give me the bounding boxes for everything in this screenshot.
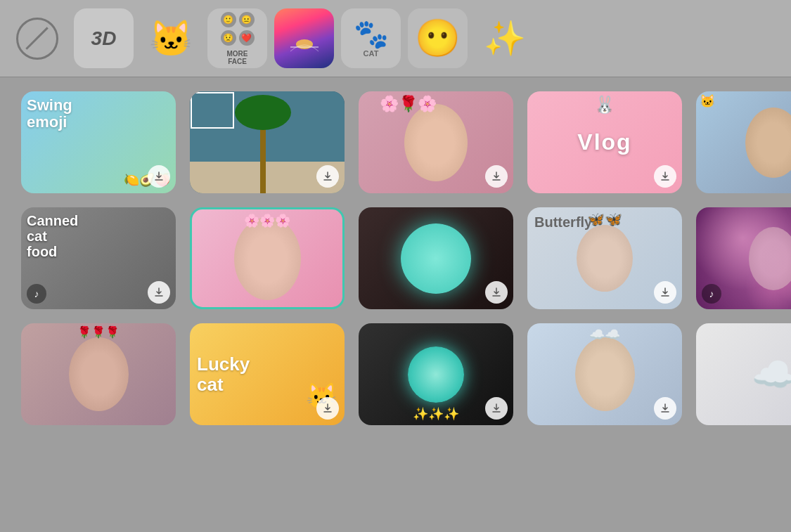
card-vlog[interactable]: 🐰 Vlog — [527, 91, 682, 193]
teal-orb-download[interactable] — [485, 397, 508, 420]
no-filter-icon — [16, 18, 58, 60]
card-cat-girl[interactable]: to-HeHe 🐱 — [696, 91, 791, 193]
card-teal-orb-bg[interactable]: ✨✨✨ — [359, 323, 513, 425]
girl-clouds-download[interactable] — [654, 397, 676, 420]
lucky-cat-label: Luckycat — [197, 354, 250, 394]
swing-emoji-download[interactable] — [148, 165, 170, 188]
svg-point-1 — [296, 39, 313, 49]
card-palm-tree[interactable] — [190, 91, 345, 193]
lucky-cat-download[interactable] — [316, 397, 339, 420]
card-flower-face[interactable]: 🌸🌹🌸 — [359, 91, 513, 193]
toolbar-item-cat-face[interactable]: 🐱 — [141, 8, 200, 68]
3d-label: 3D — [91, 27, 117, 50]
card-bokeh-music[interactable]: ♪ — [696, 207, 791, 309]
teal-orb-overlay — [401, 223, 471, 294]
velvet-download[interactable] — [485, 281, 508, 304]
butterfly-download[interactable] — [654, 281, 676, 304]
svg-point-6 — [235, 95, 291, 130]
card-velvet[interactable]: Velvet — [359, 207, 513, 309]
card-swing-emoji[interactable]: Swingemoji 🍋🥑🍑 — [21, 91, 176, 193]
canned-label: Cannedcatfood — [27, 213, 78, 259]
toolbar-item-face-mask[interactable]: 😶 — [408, 8, 468, 68]
card-girl-clouds[interactable]: ☁️☁️ — [527, 323, 682, 425]
cat-paw-label: CAT — [354, 49, 389, 58]
toolbar-item-sparkle[interactable]: ✨ — [475, 8, 534, 68]
toolbar-item-cat-paw[interactable]: 🐾 CAT — [341, 8, 401, 68]
card-pink-flower-girl[interactable]: 🌸🌸🌸 — [190, 207, 345, 309]
palm-tree-download[interactable] — [316, 165, 339, 188]
sunset-icon — [274, 8, 334, 68]
flower-face-download[interactable] — [485, 165, 508, 188]
cat-face-icon: 🐱 — [149, 18, 193, 59]
card-lucky-cat[interactable]: Luckycat 🐱 — [190, 323, 345, 425]
toolbar-item-3d[interactable]: 3D — [74, 8, 134, 68]
filter-toolbar: 3D 🐱 🙂 😐 😟 ❤️ MOREFACE — [0, 0, 791, 77]
vlog-download[interactable] — [654, 165, 676, 188]
vlog-label: Vlog — [577, 129, 631, 155]
swing-emoji-label: Swingemoji — [27, 97, 170, 131]
card-cloud-cherry[interactable]: ☁️ 🍒 ✨ — [696, 323, 791, 425]
more-face-label: MOREFACE — [227, 50, 248, 65]
card-canned-cat-food[interactable]: Cannedcatfood ♪ — [21, 207, 176, 309]
card-butterfly[interactable]: Butterfly 🦋🦋 — [527, 207, 682, 309]
card-red-flowers-girl[interactable]: 🌹🌹🌹 — [21, 323, 176, 425]
filter-grid: Swingemoji 🍋🥑🍑 🌸🌹🌸 🐰 — [0, 77, 791, 439]
sparkle-icon: ✨ — [484, 19, 526, 58]
toolbar-item-no-filter[interactable] — [7, 8, 67, 68]
canned-music-icon: ♪ — [27, 284, 46, 304]
canned-download[interactable] — [148, 281, 170, 304]
face-mask-icon: 😶 — [415, 17, 461, 60]
toolbar-item-more-face[interactable]: 🙂 😐 😟 ❤️ MOREFACE — [207, 8, 267, 68]
bokeh-music-icon: ♪ — [702, 284, 721, 304]
toolbar-item-sunset[interactable] — [274, 8, 334, 68]
cloud-icon: ☁️ — [752, 354, 791, 395]
